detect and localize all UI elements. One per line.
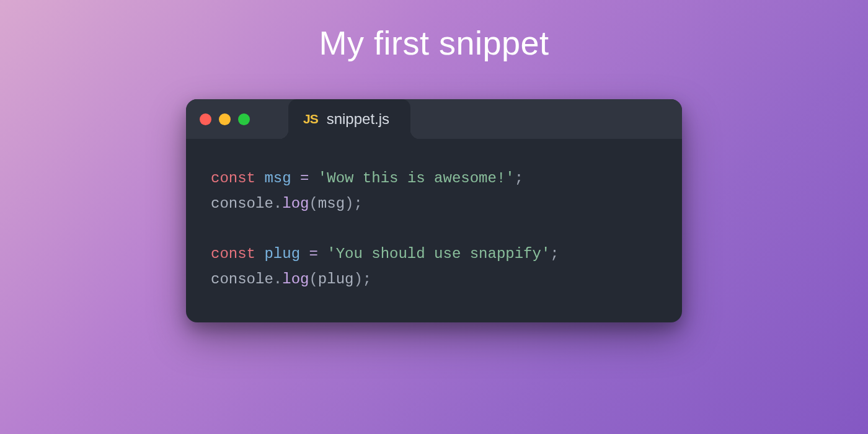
code-token: plug [264,246,300,262]
code-token: ; [515,170,523,187]
code-token: plug [318,271,354,288]
tab-filename: snippet.js [327,110,389,128]
code-token: const [211,246,255,262]
code-token: ); [345,195,363,212]
code-token: ( [309,271,317,288]
tab-snippet[interactable]: JS snippet.js [288,99,410,139]
code-token: msg [264,170,291,187]
code-token: = [309,246,317,262]
code-line: const plug = 'You should use snappify'; [211,242,657,267]
code-line: const msg = 'Wow this is awesome!'; [211,166,657,192]
code-line: console.log(plug); [211,267,657,293]
code-token: 'You should use snappify' [327,246,550,262]
code-token: ( [309,195,317,212]
minimize-icon[interactable] [219,113,231,125]
code-window: JS snippet.js const msg = 'Wow this is a… [186,99,682,322]
close-icon[interactable] [200,113,211,125]
code-token: ); [353,271,371,288]
window-titlebar: JS snippet.js [186,99,682,139]
traffic-lights [200,113,250,125]
code-token: 'Wow this is awesome!' [318,170,515,187]
code-token: = [300,170,309,187]
code-token: log [282,195,309,212]
code-token: console [211,271,273,288]
code-token: console [211,195,273,212]
code-blank-line [211,217,657,242]
code-token: msg [318,195,345,212]
page-title: My first snippet [319,24,549,62]
maximize-icon[interactable] [238,113,250,125]
code-editor-body[interactable]: const msg = 'Wow this is awesome!';conso… [186,139,682,322]
code-token: const [211,170,255,187]
code-token: . [273,195,282,212]
code-token: ; [550,246,559,262]
code-token: . [273,271,282,288]
js-file-icon: JS [303,112,318,126]
code-line: console.log(msg); [211,192,657,217]
code-token: log [282,271,309,288]
